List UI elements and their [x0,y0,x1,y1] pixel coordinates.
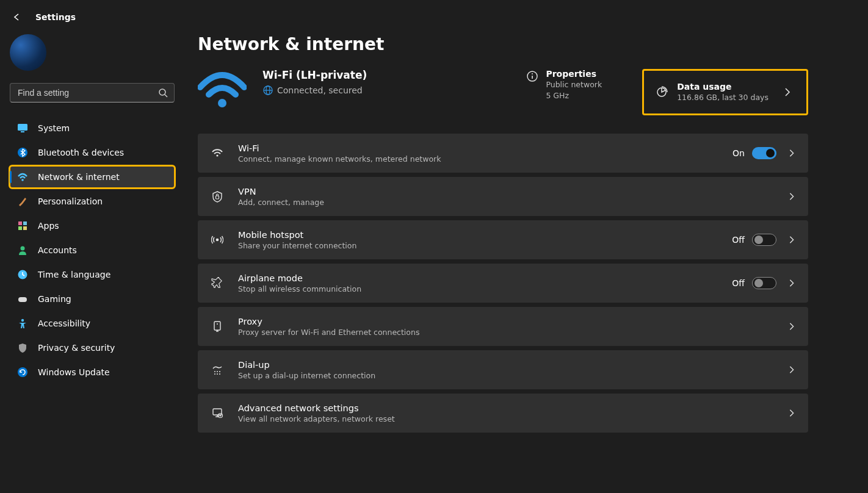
sidebar-item-update[interactable]: Windows Update [10,361,175,383]
data-usage-button[interactable]: Data usage 116.86 GB, last 30 days [642,69,808,115]
dialup-icon [210,362,225,377]
setting-proxy[interactable]: Proxy Proxy server for Wi-Fi and Etherne… [198,307,808,346]
data-usage-title: Data usage [677,82,769,92]
apps-icon [17,220,28,231]
sidebar-item-bluetooth[interactable]: Bluetooth & devices [10,142,175,164]
properties-button[interactable]: Properties Public network 5 GHz [526,69,602,101]
app-title: Settings [35,12,76,22]
sidebar-nav: SystemBluetooth & devicesNetwork & inter… [10,117,175,383]
sidebar-item-label: Gaming [38,294,71,304]
wifi-icon [198,69,247,108]
setting-subtitle: Share your internet connection [238,241,732,250]
airplane-toggle[interactable] [752,277,776,289]
sidebar-item-accounts[interactable]: Accounts [10,239,175,261]
setting-title: Advanced network settings [238,403,776,413]
connection-name: Wi-Fi (LH-private) [262,69,482,81]
setting-title: Dial-up [238,360,776,370]
sidebar-item-gaming[interactable]: Gaming [10,288,175,310]
properties-line2: 5 GHz [546,91,602,101]
setting-title: Airplane mode [238,273,732,283]
chevron-right-icon [787,409,796,417]
setting-dialup[interactable]: Dial-up Set up a dial-up internet connec… [198,350,808,389]
sidebar-item-accessibility[interactable]: Accessibility [10,312,175,334]
sidebar-item-label: Time & language [38,270,110,279]
chevron-right-icon [787,149,796,157]
chevron-right-icon [783,87,792,97]
settings-list: Wi-Fi Connect, manage known networks, me… [198,134,808,433]
brush-icon [17,196,28,207]
search-box[interactable] [10,83,175,103]
pie-chart-icon [655,85,668,99]
user-avatar[interactable] [10,34,46,71]
clock-icon [17,269,28,280]
back-button[interactable] [7,7,27,27]
bluetooth-icon [17,147,28,158]
sidebar-item-apps[interactable]: Apps [10,215,175,237]
arrow-left-icon [12,12,22,22]
toggle-label: Off [732,235,745,245]
shield-icon [17,342,28,353]
setting-hotspot[interactable]: Mobile hotspot Share your internet conne… [198,220,808,259]
setting-title: Proxy [238,317,776,326]
setting-wifi[interactable]: Wi-Fi Connect, manage known networks, me… [198,134,808,173]
setting-vpn[interactable]: VPN Add, connect, manage [198,177,808,216]
chevron-right-icon [787,365,796,374]
wifi-icon [17,171,28,182]
sidebar-item-system[interactable]: System [10,117,175,139]
chevron-right-icon [787,192,796,201]
sidebar-item-privacy[interactable]: Privacy & security [10,337,175,359]
connection-state: Connected, secured [277,85,363,95]
wifi-icon [210,146,225,160]
chevron-right-icon [787,236,796,244]
search-icon [158,88,168,98]
setting-airplane[interactable]: Airplane mode Stop all wireless communic… [198,264,808,303]
wifi-toggle[interactable] [752,147,776,159]
chevron-right-icon [787,279,796,287]
monitor-icon [17,123,28,134]
airplane-icon [210,276,225,290]
sidebar-item-label: Privacy & security [38,343,115,353]
sidebar-item-network[interactable]: Network & internet [10,166,175,188]
info-icon [526,70,538,82]
globe-icon [262,85,273,96]
setting-title: Wi-Fi [238,143,732,153]
toggle-label: On [732,148,745,158]
person-icon [17,245,28,256]
advanced-icon [210,406,225,420]
setting-title: Mobile hotspot [238,230,732,240]
data-usage-sub: 116.86 GB, last 30 days [677,93,769,103]
properties-line1: Public network [546,80,602,90]
hotspot-toggle[interactable] [752,234,776,246]
setting-subtitle: Proxy server for Wi-Fi and Ethernet conn… [238,328,776,337]
sidebar-item-time[interactable]: Time & language [10,264,175,286]
sidebar-item-label: Accessibility [38,318,90,328]
toggle-label: Off [732,278,745,288]
sidebar-item-label: Bluetooth & devices [38,148,124,157]
search-input[interactable] [16,87,151,98]
sidebar-item-label: Windows Update [38,367,110,377]
setting-subtitle: Set up a dial-up internet connection [238,371,776,380]
accessibility-icon [17,318,28,329]
sidebar-item-label: Network & internet [38,172,120,182]
update-icon [17,367,28,378]
chevron-right-icon [787,322,796,331]
sidebar-item-label: System [38,123,70,133]
sidebar-item-personalization[interactable]: Personalization [10,190,175,212]
hotspot-icon [210,232,225,247]
setting-advanced[interactable]: Advanced network settings View all netwo… [198,394,808,433]
sidebar-item-label: Personalization [38,196,103,206]
connection-status-icon [198,69,247,108]
setting-title: VPN [238,187,776,196]
sidebar-item-label: Apps [38,221,59,231]
setting-subtitle: Stop all wireless communication [238,284,732,293]
setting-subtitle: Add, connect, manage [238,198,776,207]
shield-lock-icon [210,189,225,204]
proxy-icon [210,319,225,334]
setting-subtitle: View all network adapters, network reset [238,414,776,423]
properties-title: Properties [546,69,602,79]
setting-subtitle: Connect, manage known networks, metered … [238,154,732,164]
sidebar-item-label: Accounts [38,245,77,255]
gamepad-icon [17,293,28,304]
page-title: Network & internet [198,34,808,54]
